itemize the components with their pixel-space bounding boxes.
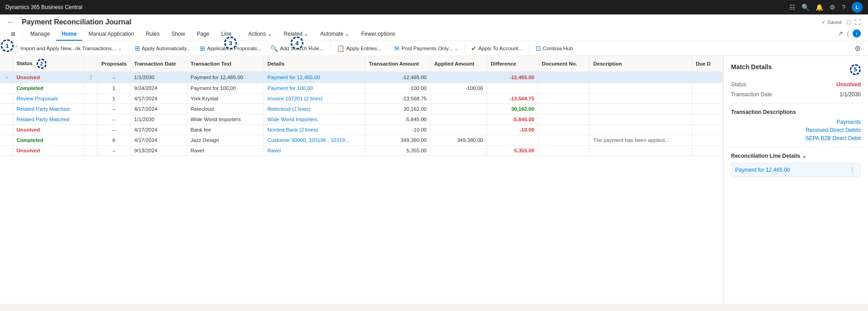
row-details[interactable]: Invoice 107201 (2 lines): [264, 94, 365, 104]
row-description: The payment has been applied...: [590, 135, 692, 146]
table-row[interactable]: Completed19/24/2024Payment for 100,00Pay…: [0, 83, 723, 94]
search-rule-icon: 🔍: [270, 45, 278, 52]
tab-manage[interactable]: Manage: [25, 28, 55, 41]
info-icon[interactable]: i: [853, 29, 861, 38]
tab-fewer-options[interactable]: Fewer options: [356, 28, 401, 41]
apply-to-account-button[interactable]: ✔ Apply To Account...: [467, 43, 526, 54]
desc-payments[interactable]: Payments: [731, 119, 861, 125]
col-status[interactable]: Status 2: [13, 56, 85, 72]
tab-actions[interactable]: Actions ⌄: [243, 28, 278, 41]
row-description: [590, 146, 692, 156]
table-row[interactable]: Related Party Matched–4/17/2024Relecloud…: [0, 104, 723, 114]
row-transaction-date: 4/17/2024: [130, 125, 187, 135]
desc-received-direct-debits[interactable]: Received Direct Debits: [731, 127, 861, 133]
row-transaction-text: York Krystal: [187, 94, 264, 104]
back-button[interactable]: ←: [7, 18, 14, 26]
help-icon[interactable]: ?: [842, 4, 845, 11]
recon-line-link[interactable]: Payment for 12,465.00: [735, 167, 790, 173]
row-description: [590, 72, 692, 83]
table-row[interactable]: Completed64/17/2024Jazz DesignCustomer 3…: [0, 135, 723, 146]
bookmark-icon[interactable]: ☷: [789, 4, 795, 11]
row-transaction-date: 4/17/2024: [130, 104, 187, 114]
apply-account-icon: ✔: [471, 45, 476, 52]
row-details[interactable]: Nordea Bank (2 lines): [264, 125, 365, 135]
filter-icon[interactable]: 〈: [847, 30, 849, 38]
row-proposals: –: [98, 114, 131, 125]
expand-icon[interactable]: □: [847, 19, 851, 26]
tab-grid-icon[interactable]: ⊞: [7, 28, 19, 41]
continia-hub-button[interactable]: ⊡ Continia Hub: [532, 43, 576, 54]
tab-rules[interactable]: Rules: [140, 28, 165, 41]
col-transaction-date[interactable]: Transaction Date: [130, 56, 187, 72]
row-proposals: –: [98, 72, 131, 83]
row-details[interactable]: Ravel: [264, 146, 365, 156]
row-dots: [85, 135, 98, 146]
row-dots: [85, 83, 98, 94]
row-document-no: [538, 114, 589, 125]
apply-entries-button[interactable]: 📋 Apply Entries...: [333, 43, 385, 54]
details-link[interactable]: Ravel: [268, 148, 281, 153]
table-row[interactable]: Unsolved–4/17/2024Bank feeNordea Bank (2…: [0, 125, 723, 135]
row-details[interactable]: Payment for 12,465.00: [264, 72, 365, 83]
details-link[interactable]: Payment for 100,00: [268, 85, 313, 91]
details-link[interactable]: Payment for 12,465.00: [268, 75, 320, 80]
row-difference: [487, 135, 538, 146]
top-bar-icons: ☷ 🔍 🔔 ⚙ ? L: [789, 2, 863, 13]
row-details[interactable]: Relecloud (2 lines): [264, 104, 365, 114]
row-details[interactable]: Wide World Importers: [264, 114, 365, 125]
tab-manual-application[interactable]: Manual Application: [83, 28, 140, 41]
tab-page[interactable]: Page: [191, 28, 215, 41]
fullscreen-icon[interactable]: ⛶: [854, 19, 861, 26]
col-details[interactable]: Details: [264, 56, 365, 72]
table-row[interactable]: Unsolved–9/13/2024RavelRavel5,355.005,35…: [0, 146, 723, 156]
row-arrow: [0, 104, 13, 114]
col-arrow: [0, 56, 13, 72]
row-due-date: [692, 125, 722, 135]
col-dots: [85, 56, 98, 72]
recon-line-dots[interactable]: ⋮: [848, 166, 857, 174]
import-apply-button[interactable]: 📄 Import and Apply New...nk Transactions…: [7, 43, 125, 54]
col-transaction-text[interactable]: Transaction Text: [187, 56, 264, 72]
desc-sepa[interactable]: SEPA B2B Direct Debit: [731, 135, 861, 141]
col-description[interactable]: Description: [590, 56, 692, 72]
row-details[interactable]: Customer 30000, 103196 , 10319...: [264, 135, 365, 146]
details-link[interactable]: Nordea Bank (2 lines): [268, 127, 318, 132]
col-proposals[interactable]: Proposals: [98, 56, 131, 72]
tab-automate[interactable]: Automate ⌄: [315, 28, 355, 41]
post-payments-button[interactable]: ✉ Post Payments Only... ⌄: [391, 43, 462, 54]
table-row[interactable]: →Unsolved⋮–1/1/2030Payment for 12,465.00…: [0, 72, 723, 83]
toolbar: 1 📄 Import and Apply New...nk Transactio…: [0, 41, 868, 56]
transaction-date-label: Transaction Date: [731, 91, 836, 98]
tab-home[interactable]: Home: [56, 28, 82, 41]
details-link[interactable]: Relecloud (2 lines): [268, 106, 311, 112]
details-link[interactable]: Customer 30000, 103196 , 10319...: [268, 137, 349, 143]
row-arrow: →: [0, 72, 13, 83]
settings-icon[interactable]: ⚙: [830, 4, 835, 11]
tab-show[interactable]: Show: [166, 28, 190, 41]
row-dots[interactable]: ⋮: [85, 72, 98, 83]
table-row[interactable]: Review Proposals14/17/2024York KrystalIn…: [0, 94, 723, 104]
col-transaction-amount[interactable]: Transaction Amount: [365, 56, 430, 72]
row-transaction-amount: 5,355.00: [365, 146, 430, 156]
apply-automatically-button[interactable]: ⊞ Apply Automatically...: [131, 43, 194, 54]
col-document-no[interactable]: Document No.: [538, 56, 589, 72]
toolbar-settings-icon[interactable]: ⚙: [854, 44, 861, 53]
row-details[interactable]: Payment for 100,00: [264, 83, 365, 94]
details-link[interactable]: Invoice 107201 (2 lines): [268, 96, 323, 101]
table-row[interactable]: Related Party Matched–1/1/2030Wide World…: [0, 114, 723, 125]
avatar[interactable]: L: [852, 2, 863, 13]
nav-sep-1: [22, 31, 22, 38]
post-payments-label: Post Payments Only...: [401, 46, 453, 51]
transaction-desc-title: Transaction Descriptions: [731, 109, 861, 115]
bell-icon[interactable]: 🔔: [816, 4, 823, 11]
details-link[interactable]: Wide World Importers: [268, 117, 318, 122]
row-due-date: [692, 72, 722, 83]
row-applied-amount: [430, 94, 487, 104]
reconciliation-header[interactable]: Reconciliation Line Details ⌄: [731, 153, 861, 159]
col-applied-amount[interactable]: Applied Amount: [430, 56, 487, 72]
col-due-date[interactable]: Due D: [692, 56, 722, 72]
share-icon[interactable]: ↗: [838, 30, 843, 37]
col-difference[interactable]: Difference: [487, 56, 538, 72]
row-arrow: [0, 114, 13, 125]
search-icon[interactable]: 🔍: [802, 4, 809, 11]
